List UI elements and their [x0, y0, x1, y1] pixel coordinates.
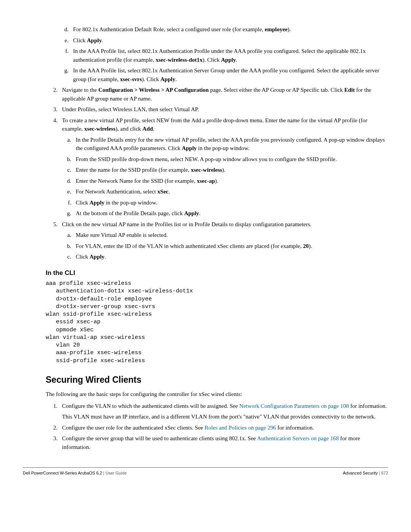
- bold-text: Apply: [161, 76, 175, 82]
- main-steps: Navigate to the Configuration > Wireless…: [23, 86, 388, 261]
- text: Configure the user role for the authenti…: [62, 425, 204, 431]
- text: ), and click: [116, 126, 143, 132]
- bold-text: 20: [303, 243, 309, 249]
- cli-heading: In the CLI: [46, 268, 388, 278]
- step1-f: In the AAA Profile list, select 802.1x A…: [70, 47, 388, 64]
- text: ). Click: [202, 57, 221, 63]
- text: .: [104, 254, 106, 260]
- bold-text: Apply: [182, 145, 197, 151]
- step4g: At the bottom of the Profile Details pag…: [73, 209, 388, 218]
- text: ). Click: [142, 76, 161, 82]
- footer-divider: | User Guide: [103, 471, 127, 475]
- text: From the SSID profile drop-down menu, se…: [76, 156, 337, 162]
- bold-text: xsec-svrs: [120, 76, 142, 82]
- step5a: Make sure Virtual AP enable is selected.: [73, 231, 388, 240]
- text: Click: [76, 200, 89, 206]
- footer-section: Advanced Security: [343, 471, 379, 475]
- step3: Under Profiles, select Wireless LAN, the…: [59, 105, 388, 114]
- wired-steps: Configure the VLAN to which the authenti…: [23, 402, 388, 452]
- bold-text: xSec: [158, 189, 169, 195]
- step4: To create a new virtual AP profile, sele…: [59, 116, 388, 218]
- text: for information.: [276, 425, 314, 431]
- step4a: In the Profile Details entry for the new…: [73, 136, 388, 153]
- intro-paragraph: The following are the basic steps for co…: [46, 390, 388, 399]
- text: Enter the name for the SSID profile (for…: [76, 167, 191, 173]
- step4d: Enter the Network Name for the SSID (for…: [73, 177, 388, 185]
- wired-step3: Configure the server group that will be …: [59, 434, 388, 451]
- text: For VLAN, enter the ID of the VLAN in wh…: [76, 243, 303, 249]
- text: Configure the server group that will be …: [62, 435, 257, 441]
- text: .: [175, 76, 177, 82]
- wired-step2: Configure the user role for the authenti…: [59, 423, 388, 432]
- text: ).: [222, 167, 226, 173]
- text: .: [236, 57, 237, 63]
- step2: Navigate to the Configuration > Wireless…: [59, 86, 388, 103]
- wired-step1: Configure the VLAN to which the authenti…: [59, 402, 388, 421]
- bold-text: xsec-wireless-dot1x: [156, 57, 202, 63]
- bold-text: xsec-wireless: [191, 167, 222, 173]
- text: At the bottom of the Profile Details pag…: [76, 210, 184, 216]
- text: .: [199, 210, 201, 216]
- text: page. Select either the AP Group or AP S…: [209, 87, 344, 93]
- section-heading: Securing Wired Clients: [46, 373, 388, 387]
- step4c: Enter the name for the SSID profile (for…: [73, 166, 388, 174]
- footer-left: Dell PowerConnect W-Series ArubaOS 6.2 |…: [23, 470, 127, 476]
- bold-text: Add: [142, 126, 153, 132]
- bold-text: Apply: [184, 210, 199, 216]
- step1-e: Click Apply.: [70, 36, 388, 45]
- footer-product: Dell PowerConnect W-Series ArubaOS 6.2: [23, 471, 103, 475]
- step5c: Click Apply.: [73, 252, 388, 261]
- text: Click: [73, 37, 87, 43]
- text: Click: [76, 254, 89, 260]
- text: .: [169, 189, 170, 195]
- bold-text: Apply: [89, 200, 104, 206]
- link-roles-policies[interactable]: Roles and Policies on page 296: [204, 425, 276, 431]
- document-page: For 802.1x Authentication Default Role, …: [0, 0, 411, 491]
- bold-text: Apply: [87, 37, 102, 43]
- step1-d: For 802.1x Authentication Default Role, …: [70, 25, 388, 34]
- text: .: [153, 126, 155, 132]
- text: Enter the Network Name for the SSID (for…: [76, 178, 197, 184]
- step5b: For VLAN, enter the ID of the VLAN in wh…: [73, 242, 388, 251]
- text: ).: [215, 178, 218, 184]
- text: ).: [309, 243, 312, 249]
- step5: Click on the new virtual AP name in the …: [59, 220, 388, 261]
- text: ).: [288, 26, 291, 32]
- bold-text: Apply: [89, 254, 104, 260]
- text: Navigate to the: [62, 87, 98, 93]
- bold-text: employee: [265, 26, 288, 32]
- step1-g: In the AAA Profile list, select 802.1x A…: [70, 66, 388, 83]
- page-footer: Dell PowerConnect W-Series ArubaOS 6.2 |…: [23, 467, 388, 476]
- footer-right: Advanced Security | 672: [343, 470, 388, 476]
- link-network-config[interactable]: Network Configuration Parameters on page…: [239, 403, 349, 409]
- step4b: From the SSID profile drop-down menu, se…: [73, 155, 388, 164]
- step4f: Click Apply in the pop-up window.: [73, 198, 388, 207]
- text: Make sure Virtual AP enable is selected.: [76, 232, 168, 238]
- text: Configure the VLAN to which the authenti…: [62, 403, 239, 409]
- text: for information.: [349, 403, 387, 409]
- text: For Network Authentication, select: [76, 189, 158, 195]
- text: Under Profiles, select Wireless LAN, the…: [62, 106, 199, 112]
- text: in the pop-up window.: [197, 145, 250, 151]
- bold-text: xsec-wireless: [84, 126, 115, 132]
- step4e: For Network Authentication, select xSec.: [73, 187, 388, 196]
- text: in the pop-up window.: [104, 200, 157, 206]
- bold-text: xsec-ap: [197, 178, 215, 184]
- bold-text: Configuration > Wireless > AP Configurat…: [98, 87, 209, 93]
- text: For 802.1x Authentication Default Role, …: [73, 26, 265, 32]
- footer-page-number: | 672: [379, 471, 388, 475]
- cli-code-block: aaa profile xsec-wireless authentication…: [46, 280, 388, 365]
- bold-text: Edit: [344, 87, 355, 93]
- bold-text: Apply: [221, 57, 236, 63]
- text: Click on the new virtual AP name in the …: [62, 221, 312, 227]
- text: In the AAA Profile list, select 802.1x A…: [73, 67, 379, 82]
- wired-step1-note: This VLAN must have an IP interface, and…: [62, 412, 388, 421]
- link-auth-servers[interactable]: Authentication Servers on page 168: [257, 435, 339, 441]
- text: .: [102, 37, 103, 43]
